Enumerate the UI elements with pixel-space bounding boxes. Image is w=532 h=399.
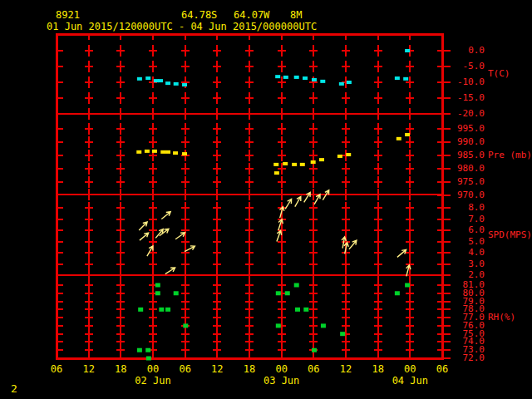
x-tick-label: 18 xyxy=(362,364,395,375)
x-tick-label: 00 xyxy=(393,364,426,375)
y-tick-label: 975.0 xyxy=(411,177,485,187)
wind-arrow xyxy=(140,233,149,240)
y-tick-label: 0.0 xyxy=(411,46,485,56)
wind-arrow xyxy=(349,240,357,249)
y-tick-label: 72.0 xyxy=(411,353,485,363)
wind-arrow xyxy=(147,246,153,256)
relative_humidity-point xyxy=(145,348,150,352)
relative_humidity-point xyxy=(395,291,400,295)
relative_humidity-point xyxy=(340,332,345,336)
pressure-point xyxy=(292,163,297,166)
relative_humidity-point xyxy=(276,323,281,328)
temperature-point xyxy=(395,76,400,80)
relative_humidity-point xyxy=(276,291,281,295)
x-tick-label: 06 xyxy=(169,364,202,375)
temperature-point xyxy=(320,80,325,83)
panel-unit-label: T(C) xyxy=(488,69,510,79)
panel-unit-label: Pre (mb) xyxy=(488,150,532,160)
pressure-point xyxy=(337,155,342,158)
pressure-point xyxy=(405,133,410,136)
relative_humidity-point xyxy=(155,291,160,295)
y-tick-label: 4.0 xyxy=(411,248,485,258)
pressure-point xyxy=(136,150,141,154)
y-tick-label: -5.0 xyxy=(411,62,485,71)
temperature-point xyxy=(165,81,170,85)
x-tick-label: 12 xyxy=(72,364,106,375)
day-label: 02 Jun xyxy=(128,376,178,387)
temperature-point xyxy=(312,78,317,81)
pressure-point xyxy=(274,171,279,175)
y-tick-label: 980.0 xyxy=(411,164,485,174)
relative_humidity-point xyxy=(295,308,300,312)
y-tick-label: 7.0 xyxy=(411,214,485,224)
temperature-point xyxy=(303,76,308,80)
y-tick-label: -20.0 xyxy=(411,109,485,119)
pressure-point xyxy=(173,151,178,155)
relative_humidity-point xyxy=(183,323,188,328)
pressure-point xyxy=(160,150,165,154)
temperature-point xyxy=(405,49,410,52)
pressure-point xyxy=(165,150,170,154)
relative_humidity-point xyxy=(294,283,299,288)
y-tick-label: 3.0 xyxy=(411,259,485,269)
wind-arrow xyxy=(161,212,170,219)
wind-arrow xyxy=(314,195,320,204)
x-tick-label: 18 xyxy=(233,364,266,375)
y-tick-label: 985.0 xyxy=(411,150,485,160)
relative_humidity-point xyxy=(405,283,410,288)
wind-arrow xyxy=(165,268,175,274)
y-tick-label: 5.0 xyxy=(411,237,485,247)
temperature-point xyxy=(174,82,179,86)
x-tick-label: 00 xyxy=(136,364,170,375)
y-tick-label: 995.0 xyxy=(411,124,485,134)
temperature-point xyxy=(275,75,280,78)
page-indicator: 2 xyxy=(11,383,17,395)
pressure-point xyxy=(152,150,157,153)
x-tick-label: 12 xyxy=(200,364,234,375)
panel-unit-label: SPD(MPS) xyxy=(488,230,532,240)
y-tick-label: -10.0 xyxy=(411,77,485,87)
wind-arrow xyxy=(285,200,291,209)
relative_humidity-point xyxy=(155,283,160,288)
relative_humidity-point xyxy=(159,308,164,312)
temperature-point xyxy=(154,79,159,82)
y-tick-label: -15.0 xyxy=(411,93,485,103)
wind-arrow xyxy=(185,246,195,252)
temperature-point xyxy=(294,76,299,79)
y-tick-label: 970.0 xyxy=(411,190,485,200)
temperature-point xyxy=(347,81,352,84)
pressure-point xyxy=(283,162,288,165)
pressure-point xyxy=(145,150,150,153)
pressure-point xyxy=(311,160,316,164)
x-tick-label: 00 xyxy=(265,364,298,375)
wind-arrow xyxy=(175,233,185,239)
panel-unit-label: RH(%) xyxy=(488,313,515,323)
temperature-point xyxy=(137,77,142,81)
relative_humidity-point xyxy=(303,308,308,312)
pressure-point xyxy=(397,137,401,140)
timeseries-screen: 8921 64.78S 64.07W 8M 01 Jun 2015/120000… xyxy=(0,0,532,399)
x-tick-label: 18 xyxy=(104,364,137,375)
temperature-point xyxy=(283,76,288,79)
day-label: 04 Jun xyxy=(385,376,435,387)
x-tick-label: 12 xyxy=(329,364,362,375)
y-tick-label: 6.0 xyxy=(411,225,485,235)
wind-arrow xyxy=(397,249,406,257)
relative_humidity-point xyxy=(312,348,317,352)
grid-ticks xyxy=(57,34,451,358)
temperature-point xyxy=(339,82,344,86)
temperature-point xyxy=(145,76,150,80)
relative_humidity-point xyxy=(165,308,170,312)
relative_humidity-point xyxy=(146,357,151,361)
day-label: 03 Jun xyxy=(257,376,307,387)
pressure-point xyxy=(346,153,351,156)
wind-arrow xyxy=(295,197,301,207)
relative_humidity-point xyxy=(321,323,326,328)
pressure-point xyxy=(319,158,324,161)
relative_humidity-point xyxy=(138,308,143,312)
relative_humidity-point xyxy=(285,291,290,295)
wind-arrow xyxy=(139,222,147,230)
temperature-point xyxy=(182,83,187,86)
temperature-point xyxy=(158,79,163,82)
relative_humidity-point xyxy=(137,348,142,352)
